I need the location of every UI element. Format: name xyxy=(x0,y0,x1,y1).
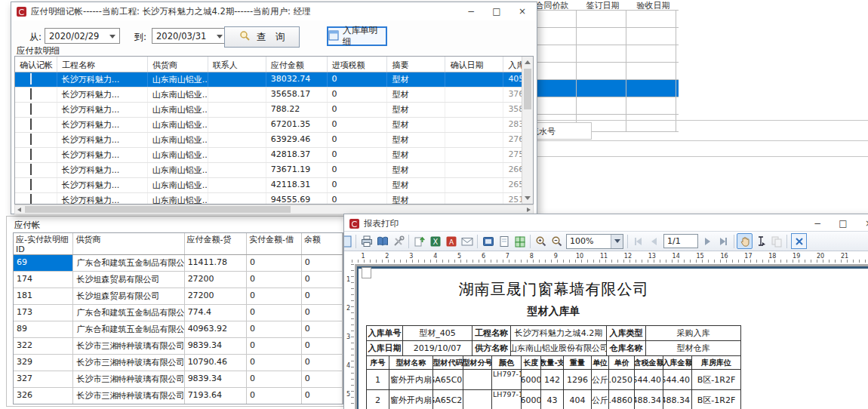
column-header[interactable]: 工程名称 xyxy=(57,57,148,72)
cell-supplier: 山东南山铝业... xyxy=(148,103,208,117)
table-row[interactable]: 326长沙市三湘特种玻璃有限公司7193.6400 xyxy=(14,388,343,404)
table-row[interactable]: 329长沙市三湘特种玻璃有限公司10790.4600 xyxy=(14,355,343,371)
prev-page-icon[interactable] xyxy=(646,233,662,249)
confirm-checkbox[interactable] xyxy=(30,134,32,145)
query-button[interactable]: 查 询 xyxy=(224,26,300,48)
column-header[interactable]: 余额 xyxy=(302,233,343,254)
page-indicator[interactable]: 1/1 xyxy=(663,234,698,248)
scrollbar-thumb[interactable] xyxy=(524,69,531,109)
export-icon[interactable] xyxy=(411,233,427,249)
confirm-checkbox[interactable] xyxy=(30,149,32,160)
table-row[interactable]: 长沙万科魅力...山东南山铝业...38032.740型材405 xyxy=(15,72,533,88)
maximize-button[interactable]: □ xyxy=(484,2,509,20)
column-header[interactable]: 验收日期 xyxy=(628,0,679,10)
column-header[interactable]: 应-实付款明细ID xyxy=(14,233,73,254)
column-header[interactable]: 供货商 xyxy=(148,57,208,72)
maximize-button[interactable]: □ xyxy=(830,214,856,232)
column-header: 数量-支 xyxy=(541,356,564,369)
table-row[interactable]: 327长沙市三湘特种玻璃有限公司9839.3400 xyxy=(14,371,343,388)
last-page-icon[interactable] xyxy=(716,233,731,249)
title-bar[interactable]: 报表打印 − □ × xyxy=(344,214,868,232)
column-header[interactable]: 确认日期 xyxy=(445,57,503,72)
column-header[interactable]: 应付金额 xyxy=(266,57,328,72)
confirm-checkbox[interactable] xyxy=(30,73,32,85)
table-row[interactable]: 89广东合和建筑五金制品有限公司40963.9200 xyxy=(14,321,343,338)
design-view-icon[interactable] xyxy=(344,233,353,249)
report-preview[interactable]: 12345 湖南亘晟门窗幕墙有限公司 型材入库单 入库单号型材_405工程名称长… xyxy=(344,264,868,409)
column-header[interactable]: 供货商 xyxy=(73,233,184,254)
table-row[interactable]: 173广东合和建筑五金制品有限公司774.400 xyxy=(14,305,343,321)
next-page-icon[interactable] xyxy=(700,233,716,249)
single-page-icon[interactable] xyxy=(496,233,512,249)
report-cell: 6000 xyxy=(522,370,541,389)
scroll-up-icon[interactable] xyxy=(525,60,531,64)
hand-tool-icon[interactable] xyxy=(737,233,753,249)
scroll-left-icon[interactable] xyxy=(17,208,21,212)
bg-table-row[interactable] xyxy=(527,63,679,80)
zoom-out-icon[interactable] xyxy=(549,233,565,249)
table-row[interactable]: 69广东合和建筑五金制品有限公司11411.7800 xyxy=(14,255,343,272)
table-row[interactable]: 322长沙市三湘特种玻璃有限公司9839.3400 xyxy=(14,338,343,355)
close-button[interactable]: × xyxy=(856,214,868,232)
confirm-checkbox[interactable] xyxy=(30,194,32,204)
close-preview-icon[interactable] xyxy=(791,233,807,249)
page-setup-icon[interactable] xyxy=(480,233,496,249)
cell-confirm_date xyxy=(445,133,503,147)
bg-table-row[interactable] xyxy=(527,97,679,115)
bg-table-row[interactable] xyxy=(527,80,679,97)
column-header[interactable]: 实付金额-借 xyxy=(247,233,302,254)
table-row[interactable]: 长沙万科魅力...山东南山铝业...42818.370型材275 xyxy=(15,148,533,163)
table-row[interactable]: 174长沙坦森贸易有限公司2720000 xyxy=(14,272,343,288)
bg-table-row[interactable] xyxy=(527,11,679,28)
zoom-in-icon[interactable] xyxy=(533,233,549,249)
report-toolbar: X A 100% 1/1 xyxy=(344,231,868,251)
scrollbar-thumb[interactable] xyxy=(25,206,291,213)
table-row[interactable]: 181长沙坦森贸易有限公司2720000 xyxy=(14,288,343,305)
to-date-select[interactable]: 2020/03/31 xyxy=(152,28,227,44)
table-row[interactable]: 长沙万科魅力...山东南山铝业...63929.460型材276 xyxy=(15,133,533,148)
column-header[interactable]: 应付金额-贷 xyxy=(185,233,247,254)
zoom-select[interactable]: 100% xyxy=(566,234,623,249)
column-header[interactable]: 联系人 xyxy=(208,57,266,72)
title-bar[interactable]: 应付明细记帐------当前工程: 长沙万科魅力之城4.2期------当前用户… xyxy=(11,2,537,20)
first-page-icon[interactable] xyxy=(630,233,646,249)
bg-table-row[interactable] xyxy=(527,28,679,45)
confirm-checkbox[interactable] xyxy=(30,118,32,130)
chevron-down-icon[interactable] xyxy=(611,235,623,248)
scroll-right-icon[interactable] xyxy=(527,208,531,212)
export-excel-icon[interactable]: X xyxy=(427,233,443,249)
confirm-checkbox[interactable] xyxy=(30,103,32,115)
tools-icon[interactable] xyxy=(390,233,406,249)
minimize-button[interactable]: − xyxy=(805,214,830,232)
cell-paid: 0 xyxy=(247,338,302,354)
multi-page-icon[interactable] xyxy=(512,233,528,249)
confirm-checkbox[interactable] xyxy=(30,179,32,190)
column-header[interactable]: 确认记帐 xyxy=(15,57,57,72)
report-cell: 23.4860 xyxy=(609,390,635,409)
ruler-number: 4 xyxy=(346,362,350,369)
vertical-scrollbar[interactable] xyxy=(522,57,533,204)
print-icon[interactable] xyxy=(359,233,374,249)
minimize-button[interactable]: − xyxy=(458,2,484,20)
export-pdf-icon[interactable]: A xyxy=(443,233,459,249)
table-row[interactable]: 长沙万科魅力...山东南山铝业...67201.350型材283 xyxy=(15,118,533,133)
table-row[interactable]: 长沙万科魅力...山东南山铝业...94555.690型材251 xyxy=(15,193,533,204)
book-preview-icon[interactable] xyxy=(374,233,390,249)
table-row[interactable]: 长沙万科魅力...山东南山铝业...35658.170型材376 xyxy=(15,88,533,103)
scroll-down-icon[interactable] xyxy=(525,196,531,200)
column-header[interactable]: 摘要 xyxy=(387,57,445,72)
table-row[interactable]: 长沙万科魅力...山东南山铝业...42118.310型材265 xyxy=(15,178,533,193)
column-header[interactable]: 签订日期 xyxy=(577,0,628,10)
inbound-detail-button[interactable]: 入库单明细 xyxy=(327,26,387,46)
copy-icon[interactable] xyxy=(768,233,784,249)
from-date-select[interactable]: 2020/02/29 xyxy=(45,28,120,44)
close-button[interactable]: × xyxy=(509,2,535,20)
table-row[interactable]: 长沙万科魅力...山东南山铝业...73671.190型材266 xyxy=(15,163,533,178)
confirm-checkbox[interactable] xyxy=(30,88,32,100)
confirm-checkbox[interactable] xyxy=(30,164,32,175)
bg-table-row[interactable] xyxy=(527,45,679,63)
column-header[interactable]: 进项税额 xyxy=(328,57,388,72)
text-select-icon[interactable] xyxy=(753,233,768,249)
send-mail-icon[interactable] xyxy=(459,233,475,249)
table-row[interactable]: 长沙万科魅力...山东南山铝业...788.220型材358 xyxy=(15,103,533,118)
